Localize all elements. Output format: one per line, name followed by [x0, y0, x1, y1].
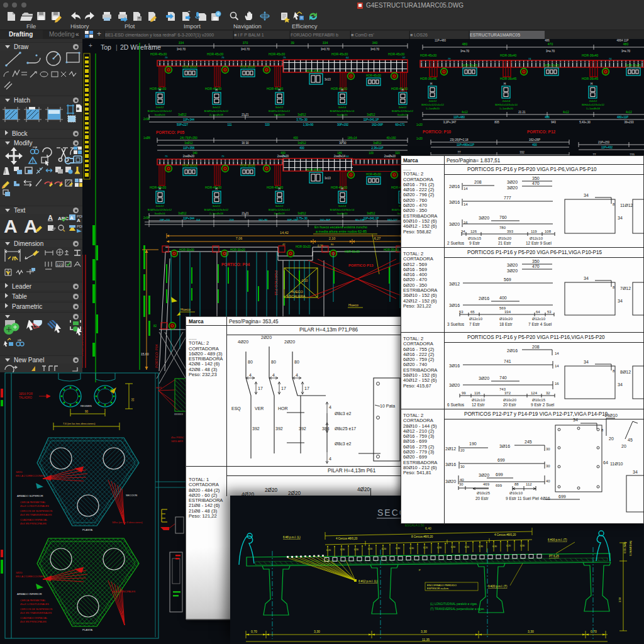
svg-text:Ø10c20: Ø10c20 [503, 398, 517, 402]
svg-text:40+160: 40+160 [386, 136, 396, 140]
svg-text:3Ø20 ARR: 3Ø20 ARR [171, 440, 183, 443]
svg-text:0,28(MEDIA): 0,28(MEDIA) [629, 540, 632, 556]
svg-text:569: 569 [504, 277, 511, 282]
svg-text:34: 34 [633, 470, 638, 474]
svg-text:4x12: 4x12 [626, 111, 632, 114]
svg-text:699: 699 [496, 472, 503, 477]
svg-text:60+138: 60+138 [355, 218, 365, 221]
svg-text:123: 123 [57, 263, 64, 267]
svg-text:372: 372 [504, 391, 511, 395]
svg-text:3=e.70: 3=e.70 [546, 50, 555, 53]
svg-text:HOR-36x40: HOR-36x40 [500, 53, 517, 57]
svg-text:0,30: 0,30 [340, 548, 345, 551]
svg-text:8: 8 [613, 369, 615, 373]
svg-text:H: H [430, 82, 432, 86]
svg-text:162+90: 162+90 [258, 218, 268, 221]
svg-text:50P+227: 50P+227 [177, 123, 189, 126]
svg-text:393: 393 [507, 230, 514, 233]
svg-text:20: 20 [460, 448, 465, 452]
svg-text:ØxX EN PRINCIPALES: ØxX EN PRINCIPALES [20, 620, 47, 623]
svg-text:3=e.70: 3=e.70 [621, 50, 630, 53]
svg-text:HOR-35x20: HOR-35x20 [384, 248, 399, 252]
svg-text:20 Estr: 20 Estr [475, 496, 489, 501]
svg-text:741: 741 [504, 359, 511, 364]
svg-text:21 Estr: 21 Estr [498, 241, 511, 245]
svg-text:HOR-30x20: HOR-30x20 [240, 65, 255, 69]
svg-text:ØxX EN TRANSVERSALES: ØxX EN TRANSVERSALES [20, 513, 52, 516]
svg-text:109: 109 [369, 152, 374, 155]
svg-text:392: 392 [252, 426, 260, 431]
svg-text:PORTICO: P10: PORTICO: P10 [423, 130, 452, 134]
svg-text:3=0.70: 3=0.70 [370, 48, 379, 51]
svg-text:PORTICO: P04: PORTICO: P04 [221, 262, 250, 267]
svg-text:0,30: 0,30 [396, 547, 400, 550]
svg-text:HOR-36x39: HOR-36x39 [345, 250, 360, 253]
svg-text:B/4Ø3x1e12/2b1e12: B/4Ø3x1e12/2b1e12 [148, 109, 172, 113]
svg-text:HOR-45x30: HOR-45x30 [267, 87, 284, 91]
svg-text:0,20: 0,20 [465, 546, 469, 548]
svg-text:400: 400 [499, 296, 507, 300]
svg-text:4 Cercos #8/0,20: 4 Cercos #8/0,20 [494, 533, 516, 536]
svg-text:370: 370 [243, 41, 248, 45]
svg-text:30P+192: 30P+192 [337, 123, 349, 126]
svg-text:HOR-36x45: HOR-36x45 [500, 77, 517, 80]
svg-text:9 Estr 2 Suel: 9 Estr 2 Suel [531, 402, 555, 407]
svg-text:3=0.70: 3=0.70 [321, 48, 330, 51]
svg-text:11Ø10: 11Ø10 [610, 462, 623, 466]
svg-text:162+36P: 162+36P [372, 123, 383, 126]
svg-text:480: 480 [462, 42, 468, 46]
svg-text:17: 17 [304, 386, 309, 391]
svg-text:2,10: 2,10 [329, 236, 336, 240]
svg-text:HOR-36x45: HOR-36x45 [582, 77, 599, 80]
svg-text:+: + [89, 42, 92, 49]
svg-text:114: 114 [196, 218, 201, 221]
svg-text:HOR-45x30: HOR-45x30 [306, 70, 321, 73]
svg-text:20: 20 [609, 436, 614, 441]
svg-text:4x12: 4x12 [563, 111, 569, 114]
svg-text:219: 219 [230, 218, 235, 221]
svg-text:HOR-45x30: HOR-45x30 [420, 53, 437, 57]
svg-text:30: 30 [546, 447, 550, 451]
svg-text:2,36+11P: 2,36+11P [371, 147, 383, 150]
svg-text:3Ø16: 3Ø16 [449, 364, 460, 368]
svg-text:15,60: 15,60 [141, 352, 149, 356]
svg-text:53: 53 [459, 310, 464, 314]
svg-text:1,30+90: 1,30+90 [303, 123, 314, 126]
svg-text:480: 480 [623, 42, 629, 46]
svg-text:1+1xeØe20: 1+1xeØe20 [499, 107, 513, 110]
svg-text:3xeØe18: 3xeØe18 [397, 113, 409, 116]
svg-text:2Ø16: 2Ø16 [479, 296, 489, 301]
svg-text:PORTICO: P12: PORTICO: P12 [527, 130, 556, 134]
svg-text:ØxX EN TRANSVERSALES: ØxX EN TRANSVERSALES [20, 611, 52, 614]
svg-text:469: 469 [483, 482, 490, 486]
svg-text:2xIe12: 2xIe12 [589, 99, 597, 103]
svg-text:34: 34 [584, 276, 589, 280]
svg-text:ESCALERA: ESCALERA [287, 294, 306, 298]
svg-text:3x13: 3x13 [325, 78, 331, 81]
svg-text:777: 777 [504, 196, 511, 200]
svg-text:HOR-36x45: HOR-36x45 [420, 77, 437, 80]
svg-text:3,30: 3,30 [314, 630, 320, 633]
svg-text:24(-79)P+350: 24(-79)P+350 [180, 136, 197, 140]
svg-text:2xeØe20: 2xeØe20 [183, 155, 195, 158]
svg-text:340: 340 [372, 41, 378, 45]
svg-text:CERCA PERIMETRAL: CERCA PERIMETRAL [20, 599, 46, 602]
svg-text:3xØ12: 3xØ12 [297, 142, 306, 145]
svg-text:2x90: 2x90 [143, 118, 150, 121]
svg-text:3Ø16: 3Ø16 [449, 200, 460, 204]
svg-text:30: 30 [546, 464, 550, 468]
svg-text:3Ø20: 3Ø20 [445, 479, 456, 484]
svg-text:Ø12c10: Ø12c10 [530, 236, 543, 240]
svg-text:ESQ: ESQ [231, 406, 241, 411]
svg-text:6 #12 p.m.l. (L): 6 #12 p.m.l. (L) [358, 580, 378, 583]
svg-text:943: 943 [551, 121, 556, 124]
svg-text:Ø8c3 e2: Ø8c3 e2 [335, 441, 352, 446]
svg-text:H: H [591, 82, 592, 86]
svg-text:0,70: 0,70 [591, 630, 597, 633]
svg-text:HUECO: HUECO [291, 290, 304, 294]
svg-text:30: 30 [459, 482, 464, 486]
svg-text:H: H [504, 82, 506, 86]
svg-text:835: 835 [494, 121, 499, 124]
svg-text:HOR-45x30: HOR-45x30 [205, 87, 222, 91]
svg-text:B/4Ø1e12/2b1e12: B/4Ø1e12/2b1e12 [269, 109, 291, 113]
